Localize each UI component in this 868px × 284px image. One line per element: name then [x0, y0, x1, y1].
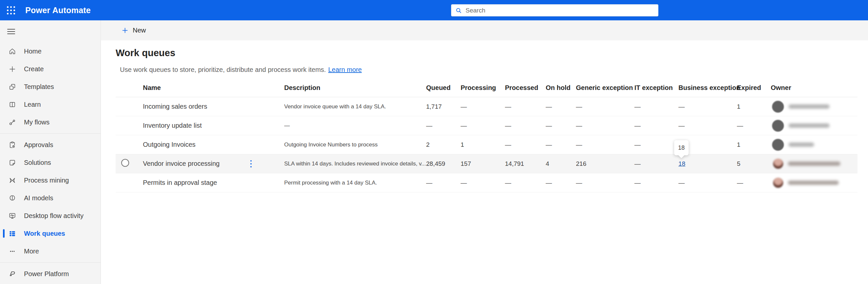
sidebar-item-label: AI models — [24, 194, 53, 202]
sidebar-item-label: Process mining — [24, 177, 69, 184]
queue-description: Vendor invoice queue with a 14 day SLA. — [284, 103, 426, 110]
sidebar-item-home[interactable]: Home — [0, 42, 100, 60]
command-bar: New — [101, 20, 868, 40]
table-row[interactable]: Outgoing Invoices Outgoing Invoice Numbe… — [116, 135, 858, 154]
new-button[interactable]: New — [122, 27, 146, 34]
sidebar-item-more[interactable]: More — [0, 242, 100, 260]
sidebar-item-label: Work queues — [24, 230, 65, 238]
queue-name: Permits in approval stage — [143, 173, 284, 192]
expired-value: 5 — [737, 160, 771, 167]
search-input[interactable] — [466, 7, 654, 14]
column-header-expired[interactable]: Expired — [737, 84, 771, 92]
processed-value: — — [505, 179, 546, 187]
table-row[interactable]: Incoming sales orders Vendor invoice que… — [116, 97, 858, 116]
on-hold-value: — — [546, 179, 576, 187]
table-header-row: Name Description Queued Processing Proce… — [116, 79, 858, 97]
owner-name-redacted — [788, 181, 839, 185]
sidebar-item-work-queues[interactable]: Work queues — [0, 225, 100, 242]
sidebar-item-templates[interactable]: Templates — [0, 78, 100, 96]
column-header-business-exception[interactable]: Business exception — [678, 84, 737, 92]
templates-icon — [8, 83, 16, 91]
global-search[interactable] — [451, 4, 658, 17]
learn-more-link[interactable]: Learn more — [328, 66, 362, 73]
sidebar-item-power-platform[interactable]: Power Platform — [0, 265, 100, 283]
owner-cell — [771, 139, 858, 151]
sidebar-item-label: Templates — [24, 83, 54, 91]
column-header-owner[interactable]: Owner — [771, 84, 858, 92]
queued-value: — — [426, 122, 461, 129]
table-row[interactable]: Permits in approval stage Permit process… — [116, 173, 858, 192]
generic-exception-value: — — [576, 141, 634, 149]
avatar — [772, 139, 784, 151]
sidebar-item-label: Desktop flow activity — [24, 212, 84, 220]
sidebar-item-create[interactable]: Create — [0, 60, 100, 78]
sidebar-item-process-mining[interactable]: Process mining — [0, 171, 100, 189]
processed-value: 14,791 — [505, 160, 546, 167]
sidebar-item-solutions[interactable]: Solutions — [0, 154, 100, 171]
column-header-queued[interactable]: Queued — [426, 84, 461, 92]
owner-cell — [771, 101, 858, 113]
flow-icon — [8, 119, 16, 126]
sidebar-item-my-flows[interactable]: My flows — [0, 113, 100, 131]
column-header-name[interactable]: Name — [143, 84, 284, 92]
business-exception-value: — — [678, 122, 737, 129]
on-hold-value: — — [546, 141, 576, 149]
row-kebab-menu-icon[interactable] — [247, 158, 255, 169]
table-row-vendor-invoice-processing[interactable]: Vendor invoice processing SLA within 14 … — [116, 154, 858, 173]
sidebar-item-label: More — [24, 248, 39, 255]
plus-icon — [8, 65, 16, 73]
on-hold-value: — — [546, 103, 576, 110]
table-row[interactable]: Inventory update list — — — — — — — — — — [116, 116, 858, 135]
app-launcher-waffle-icon[interactable] — [6, 6, 16, 15]
more-ellipsis-icon — [8, 248, 16, 255]
queued-value: — — [426, 179, 461, 187]
sidebar-item-label: Solutions — [24, 159, 51, 166]
sidebar-item-label: Approvals — [24, 141, 53, 149]
avatar — [772, 101, 784, 113]
on-hold-value: — — [546, 122, 576, 129]
work-queues-table: Name Description Queued Processing Proce… — [116, 79, 858, 192]
sidebar-divider — [0, 262, 100, 263]
work-queues-grid-icon — [8, 230, 16, 238]
owner-cell — [771, 159, 858, 169]
processing-value: — — [461, 179, 505, 187]
column-header-description[interactable]: Description — [284, 84, 426, 92]
sidebar-item-ai-models[interactable]: AI models — [0, 189, 100, 207]
queue-description: — — [284, 123, 426, 129]
it-exception-value: — — [634, 103, 678, 110]
queued-value: 2 — [426, 141, 461, 149]
process-mining-icon — [8, 177, 16, 184]
sidebar-item-label: Power Platform — [24, 270, 69, 278]
sidebar-item-approvals[interactable]: Approvals — [0, 136, 100, 154]
processing-value: — — [461, 122, 505, 129]
queue-description: Permit processing with a 14 day SLA. — [284, 180, 426, 186]
plus-icon — [122, 27, 128, 34]
it-exception-value: — — [634, 141, 678, 149]
sidebar-item-learn[interactable]: Learn — [0, 96, 100, 113]
column-header-it-exception[interactable]: IT exception — [634, 84, 678, 92]
hamburger-menu-icon[interactable] — [7, 27, 15, 36]
queue-name: Incoming sales orders — [143, 97, 284, 116]
row-select-radio[interactable] — [121, 159, 129, 167]
processing-value: 1 — [461, 141, 505, 149]
sidebar-nav: Home Create Templates Learn My flows — [0, 20, 101, 284]
owner-name-redacted — [788, 123, 830, 128]
queue-name: Vendor invoice processing — [143, 154, 284, 173]
it-exception-value: — — [634, 122, 678, 129]
expired-value: — — [737, 122, 771, 129]
solutions-box-icon — [8, 159, 16, 166]
open-book-icon — [8, 101, 16, 108]
main-content: Work queues Use work queues to store, pr… — [101, 40, 868, 284]
on-hold-value: 4 — [546, 160, 576, 167]
sidebar-item-desktop-flow-activity[interactable]: Desktop flow activity — [0, 207, 100, 225]
business-exception-link[interactable]: 18 — [678, 160, 685, 167]
column-header-generic-exception[interactable]: Generic exception — [576, 84, 634, 92]
new-button-label: New — [133, 27, 146, 34]
search-icon — [455, 7, 462, 14]
column-header-on-hold[interactable]: On hold — [546, 84, 576, 92]
column-header-processing[interactable]: Processing — [461, 84, 505, 92]
queue-name: Inventory update list — [143, 116, 284, 135]
column-header-processed[interactable]: Processed — [505, 84, 546, 92]
sidebar-divider — [0, 133, 100, 134]
processing-value: 157 — [461, 160, 505, 167]
